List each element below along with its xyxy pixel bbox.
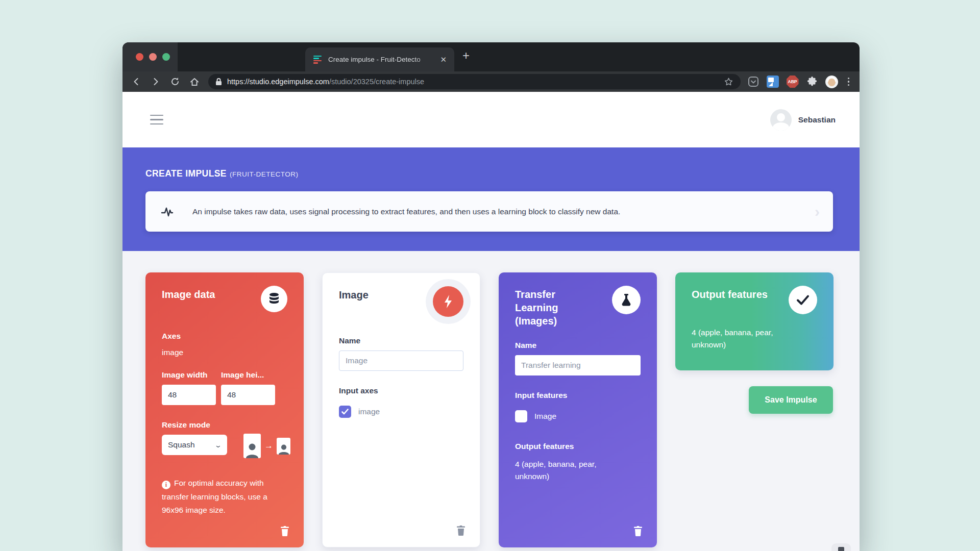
bookmark-star-icon[interactable] xyxy=(724,77,733,87)
browser-window: Create impulse - Fruit-Detecto ✕ + xyxy=(122,42,860,551)
tab-title: Create impulse - Fruit-Detecto xyxy=(328,56,438,63)
card-title: Output features xyxy=(692,286,768,301)
delete-block-icon[interactable] xyxy=(280,526,289,536)
resize-note: iFor optimal accuracy with transfer lear… xyxy=(162,477,279,517)
window-controls xyxy=(122,42,178,71)
output-features-value: 4 (apple, banana, pear, unknown) xyxy=(515,458,627,483)
address-bar[interactable]: https://studio.edgeimpulse.com/studio/20… xyxy=(208,74,741,89)
axes-value: image xyxy=(162,348,287,357)
adblock-plus-icon[interactable]: ABP xyxy=(787,76,799,88)
portrait-image-icon xyxy=(243,434,261,458)
image-height-label: Image hei... xyxy=(221,370,275,380)
impulse-info-box: An impulse takes raw data, uses signal p… xyxy=(145,191,833,232)
hamburger-menu-icon[interactable] xyxy=(150,115,163,125)
page-banner: CREATE IMPULSE(FRUIT-DETECTOR) An impuls… xyxy=(122,147,860,251)
desktop-background: Create impulse - Fruit-Detecto ✕ + xyxy=(0,0,980,551)
new-tab-button[interactable]: + xyxy=(462,49,470,62)
database-icon xyxy=(261,286,287,312)
resize-mode-value: Squash xyxy=(168,440,195,449)
flask-icon xyxy=(612,286,641,314)
chevron-right-icon[interactable]: › xyxy=(815,204,820,219)
close-window-button[interactable] xyxy=(136,53,143,61)
name-label: Name xyxy=(339,336,463,345)
impulse-waveform-icon xyxy=(161,204,178,219)
save-impulse-button[interactable]: Save Impulse xyxy=(749,386,833,414)
card-title: Image data xyxy=(162,286,215,301)
resize-illustration: → xyxy=(243,434,290,458)
output-features-value: 4 (apple, banana, pear, unknown) xyxy=(692,327,799,351)
block-name-input[interactable] xyxy=(339,350,463,371)
reload-icon[interactable] xyxy=(169,76,181,87)
input-axes-label: Input axes xyxy=(339,386,463,395)
checkbox-label: image xyxy=(358,407,380,416)
image-width-label: Image width xyxy=(162,370,216,380)
resize-mode-select[interactable]: Squash ⌄ xyxy=(162,435,227,455)
project-name: (FRUIT-DETECTOR) xyxy=(230,170,299,178)
card-title: Image xyxy=(339,286,369,302)
user-name: Sebastian xyxy=(798,115,836,124)
feedback-widget-button[interactable] xyxy=(831,543,851,551)
tab-bar: Create impulse - Fruit-Detecto ✕ + xyxy=(122,42,860,71)
browser-profile-avatar[interactable] xyxy=(825,76,838,88)
learning-block-card: Transfer Learning (Images) Name Input fe… xyxy=(499,272,657,547)
back-icon[interactable] xyxy=(131,76,142,87)
user-menu[interactable]: Sebastian xyxy=(770,109,836,131)
browser-menu-icon[interactable] xyxy=(846,78,852,86)
delete-block-icon[interactable] xyxy=(633,526,643,536)
checkbox-unchecked[interactable] xyxy=(515,410,527,422)
arrow-right-icon: → xyxy=(264,441,273,451)
pocket-extension-icon[interactable] xyxy=(748,76,759,87)
chevron-down-icon: ⌄ xyxy=(214,441,222,449)
user-avatar xyxy=(770,109,792,131)
browser-tab[interactable]: Create impulse - Fruit-Detecto ✕ xyxy=(305,47,454,71)
processing-block-card: Image Name Input axes image xyxy=(322,272,480,547)
extensions-puzzle-icon[interactable] xyxy=(806,76,818,87)
extensions-area: ABP xyxy=(748,76,852,88)
resize-mode-label: Resize mode xyxy=(162,420,287,430)
page-title-main: CREATE IMPULSE xyxy=(145,168,227,179)
forward-icon[interactable] xyxy=(150,76,161,87)
input-features-label: Input features xyxy=(515,391,641,400)
tab-close-icon[interactable]: ✕ xyxy=(438,54,448,65)
checkmark-icon xyxy=(789,286,817,314)
axes-label: Axes xyxy=(162,332,287,341)
name-label: Name xyxy=(515,341,641,350)
url-path: /studio/20325/create-impulse xyxy=(329,78,424,86)
edge-impulse-favicon xyxy=(313,56,322,64)
edge-impulse-page: Sebastian CREATE IMPULSE(FRUIT-DETECTOR)… xyxy=(122,92,860,551)
browser-toolbar: https://studio.edgeimpulse.com/studio/20… xyxy=(122,71,860,92)
checkbox-checked[interactable] xyxy=(339,406,351,418)
checkbox-label: Image xyxy=(534,412,556,421)
info-icon: i xyxy=(162,481,170,489)
block-name-input[interactable] xyxy=(515,355,641,375)
output-features-card: Output features 4 (apple, banana, pear, … xyxy=(675,272,834,370)
squashed-image-icon xyxy=(277,438,290,455)
url-text: https://studio.edgeimpulse.com/studio/20… xyxy=(227,78,424,86)
lightning-bolt-icon xyxy=(433,286,463,317)
card-title: Transfer Learning (Images) xyxy=(515,286,592,328)
image-height-input[interactable] xyxy=(221,385,275,405)
delete-block-icon[interactable] xyxy=(456,525,465,536)
input-block-card: Image data Axes image Image width xyxy=(145,272,304,547)
widget-icon xyxy=(838,547,844,551)
zoom-window-button[interactable] xyxy=(162,53,170,61)
impulse-info-text: An impulse takes raw data, uses signal p… xyxy=(192,207,620,216)
screenshot-extension-icon[interactable] xyxy=(767,76,779,88)
page-title: CREATE IMPULSE(FRUIT-DETECTOR) xyxy=(145,168,833,179)
lock-icon[interactable] xyxy=(215,78,222,86)
output-features-label: Output features xyxy=(515,442,641,451)
home-icon[interactable] xyxy=(189,76,200,87)
site-header: Sebastian xyxy=(122,92,860,147)
impulse-builder: Image data Axes image Image width xyxy=(122,251,860,547)
minimize-window-button[interactable] xyxy=(149,53,157,61)
url-origin: https://studio.edgeimpulse.com xyxy=(227,78,329,86)
image-width-input[interactable] xyxy=(162,385,216,405)
